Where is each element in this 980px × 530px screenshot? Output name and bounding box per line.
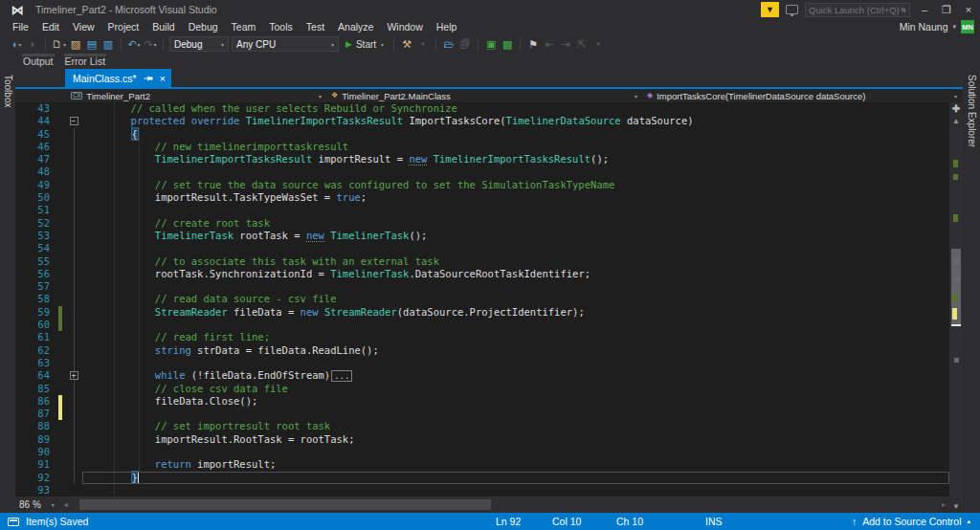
menu-analyze[interactable]: Analyze (331, 20, 380, 33)
navigate-backward-button[interactable]: ◖▾ (10, 36, 23, 52)
code-line-51: 51 (15, 204, 949, 216)
menu-window[interactable]: Window (380, 20, 429, 33)
outlining-margin (65, 166, 82, 178)
code-line-89: 89 importResult.RootTask = rootTask; (15, 433, 949, 446)
save-button[interactable]: ▤ (85, 36, 99, 52)
change-margin (57, 217, 65, 230)
prev-bookmark-button[interactable]: ⇤ (543, 36, 556, 52)
member-dropdown[interactable]: ◈ ImportTasksCore(TimelinerDataSource da… (643, 89, 963, 102)
outlining-margin (65, 230, 82, 242)
add-to-source-control-button[interactable]: ↑ Add to Source Control ▴ (852, 516, 980, 527)
minimize-button[interactable]: – (917, 4, 932, 15)
change-margin (57, 255, 65, 268)
solution-platform-combo[interactable]: Any CPU▾ (232, 36, 339, 52)
outlining-margin (65, 280, 82, 293)
notifications-flag-icon[interactable]: ▼ (761, 2, 779, 17)
user-menu-chevron-icon[interactable]: ▾ (952, 23, 956, 31)
outlining-margin (65, 255, 82, 268)
change-margin (57, 369, 65, 382)
new-project-button[interactable]: 🗋▾ (52, 36, 66, 52)
find-in-files-button[interactable]: ⚒ (400, 36, 413, 52)
menu-test[interactable]: Test (300, 20, 331, 33)
csharp-project-icon: C# (71, 92, 82, 100)
restore-button[interactable]: ❐ (939, 4, 954, 16)
scrollbar-annotation-mark (954, 258, 959, 263)
uncomment-button[interactable]: ▩ (501, 36, 514, 52)
sidebar-tab-solution-explorer[interactable]: Solution Explorer (966, 69, 978, 153)
line-number: 91 (15, 458, 57, 471)
solution-configuration-combo[interactable]: Debug▾ (169, 36, 229, 52)
tab-error-list[interactable]: Error List (61, 55, 110, 69)
menu-team[interactable]: Team (225, 20, 263, 33)
close-button[interactable]: × (961, 4, 976, 15)
step-into-button[interactable]: 🗁 (442, 36, 456, 52)
bookmark-overflow-chevron-icon[interactable]: ▾ (591, 36, 605, 52)
code-line-93: 93 (15, 484, 949, 497)
signed-in-user[interactable]: Min Naung (900, 21, 948, 33)
menu-view[interactable]: View (66, 20, 101, 33)
scroll-left-arrow-icon[interactable]: ◂ (60, 500, 72, 509)
save-all-button[interactable]: ▥ (101, 36, 115, 52)
scroll-down-arrow-icon[interactable]: ▼ (949, 500, 963, 513)
toolbar-overflow-chevron-icon[interactable]: ▾ (416, 36, 430, 52)
quick-launch-input[interactable] (809, 5, 901, 15)
project-dropdown[interactable]: C# Timeliner_Part2 ▾ (67, 89, 327, 102)
line-number: 92 (15, 472, 57, 484)
code-line-53: 53 TimelinerTask rootTask = new Timeline… (15, 230, 949, 242)
menu-build[interactable]: Build (145, 20, 181, 33)
outlining-margin[interactable]: − (65, 115, 82, 127)
undo-button[interactable]: ↶▾ (127, 36, 141, 52)
code-text (82, 357, 949, 369)
menu-project[interactable]: Project (101, 20, 146, 33)
comment-button[interactable]: ▣ (484, 36, 498, 52)
user-avatar[interactable]: MN (961, 20, 974, 33)
outlining-margin (65, 242, 82, 254)
line-number: 86 (15, 395, 57, 408)
pin-icon[interactable] (144, 75, 153, 82)
quick-launch-box[interactable]: ⌕ (805, 3, 910, 17)
tab-mainclass-cs[interactable]: MainClass.cs* × (65, 69, 171, 87)
next-bookmark-button[interactable]: ⇥ (559, 36, 572, 52)
menu-edit[interactable]: Edit (35, 20, 66, 33)
menu-file[interactable]: File (6, 20, 35, 33)
chevron-down-icon: ▾ (954, 93, 959, 99)
editor-zoom-combo[interactable]: 86 % ▾ (15, 497, 60, 513)
redo-button[interactable]: ↷▾ (144, 36, 157, 52)
code-text: rootTask.SynchronizationId = TimelinerTa… (82, 268, 949, 280)
scrollbar-track[interactable] (949, 127, 963, 500)
class-dropdown[interactable]: ❖ Timeliner_Part2.MainClass ▾ (327, 89, 643, 102)
change-margin (57, 420, 65, 432)
document-tab-label: MainClass.cs* (73, 73, 137, 84)
change-margin (57, 204, 65, 216)
scroll-up-arrow-icon[interactable]: ▲ (949, 115, 963, 127)
menu-debug[interactable]: Debug (182, 20, 225, 33)
open-file-button[interactable]: ▨ (69, 36, 82, 52)
tab-output[interactable]: Output (19, 55, 57, 69)
code-text: // to associate this task with an extern… (82, 255, 949, 268)
clear-bookmarks-button[interactable]: ⇱ (575, 36, 589, 52)
tab-close-icon[interactable]: × (160, 73, 166, 84)
code-line-87: 87 (15, 408, 949, 420)
menu-help[interactable]: Help (430, 20, 464, 33)
bookmark-button[interactable]: ⚑ (526, 36, 540, 52)
outlining-margin (65, 344, 82, 357)
horizontal-scrollbar[interactable] (72, 497, 938, 513)
add-to-source-control-label: Add to Source Control (862, 516, 961, 527)
scroll-right-arrow-icon[interactable]: ▸ (938, 500, 949, 509)
feedback-icon[interactable] (786, 5, 798, 14)
expand-region-icon[interactable]: + (70, 371, 78, 380)
menu-tools[interactable]: Tools (262, 20, 300, 33)
code-editor[interactable]: 43 // called when the user selects Rebui… (15, 102, 949, 497)
sidebar-tab-toolbox[interactable]: Toolbox (2, 69, 14, 113)
collapse-region-icon[interactable]: − (70, 117, 78, 125)
vertical-scrollbar[interactable]: ✚ ▲ ▼ (949, 102, 963, 513)
code-line-90: 90 (15, 446, 949, 458)
start-debug-button[interactable]: ▶ Start▾ (342, 39, 388, 50)
outlining-margin[interactable]: + (65, 369, 82, 382)
code-text: TimelinerImportTasksResult importResult … (82, 153, 949, 166)
navigate-forward-button[interactable]: ◗ (26, 36, 39, 52)
step-over-button[interactable]: 🗐 (458, 36, 472, 52)
code-line-58: 58 // read data source - csv file (15, 293, 949, 305)
editor-splitter-handle[interactable]: ✚ (949, 102, 963, 115)
change-margin (57, 141, 65, 153)
